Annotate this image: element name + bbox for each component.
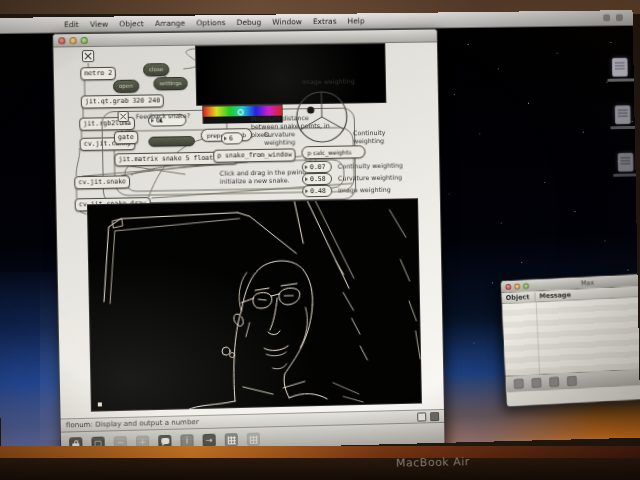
edge-output-pwindow[interactable] — [87, 198, 422, 412]
clear-icon[interactable] — [514, 379, 524, 389]
object-p-snake-from-window[interactable]: p snake_from_window — [213, 148, 296, 162]
flonum-continuity[interactable]: 0.07 — [302, 161, 332, 173]
comment-curvature-weighting: Curvature weighting — [253, 130, 295, 146]
zoom-button[interactable] — [523, 282, 529, 288]
object-cv-jit-snake[interactable]: cv.jit.snake — [74, 175, 130, 189]
swatch-cursor[interactable] — [238, 109, 244, 115]
desktop-icon[interactable] — [612, 58, 628, 77]
laptop-bezel: MacBook Air — [0, 446, 640, 480]
object-jit-qt-grab[interactable]: jit.qt.grab 320 240 — [81, 94, 165, 108]
screen-reflection — [0, 446, 640, 458]
menu-window[interactable]: Window — [272, 17, 302, 26]
menu-status-icons[interactable] — [603, 14, 623, 21]
macbook-air-logo: MacBook Air — [396, 455, 470, 470]
laptop-screen: Edit View Object Arrange Options Debug W… — [0, 10, 640, 454]
menu-debug[interactable]: Debug — [236, 18, 261, 27]
object-gate[interactable]: gate — [114, 131, 138, 144]
patcher-canvas[interactable]: metro 2 close open settings jit.qt.grab … — [53, 42, 444, 418]
column-object[interactable]: Object — [502, 293, 536, 303]
grab-preview-pwindow[interactable] — [195, 43, 386, 106]
weighting-pie[interactable] — [294, 90, 349, 145]
menu-object[interactable]: Object — [119, 19, 144, 28]
label-curvature: Curvature weighting — [338, 174, 402, 183]
desktop-icon[interactable] — [618, 153, 634, 172]
close-button[interactable] — [58, 37, 65, 44]
edge-image — [88, 199, 423, 413]
menu-view[interactable]: View — [90, 20, 108, 29]
sort-icon[interactable] — [531, 378, 541, 388]
menu-extras[interactable]: Extras — [313, 17, 337, 26]
menu-arrange[interactable]: Arrange — [155, 19, 185, 28]
max-console-window: Max Object Message — [500, 273, 640, 407]
flonum-min-distance[interactable]: 6 — [221, 132, 243, 144]
label-continuity: Continuity weighting — [338, 162, 403, 171]
flonum-curvature[interactable]: 0.58 — [302, 173, 332, 185]
desktop-icon[interactable] — [615, 105, 631, 124]
snap-grid-icon[interactable] — [247, 433, 260, 446]
message-open[interactable]: open — [113, 80, 139, 93]
minimize-button[interactable] — [69, 37, 76, 44]
message-close[interactable]: close — [143, 63, 170, 76]
object-metro[interactable]: metro 2 — [80, 67, 116, 80]
menu-options[interactable]: Options — [196, 18, 225, 27]
max-patcher-window: metro 2 close open settings jit.qt.grab … — [52, 28, 446, 454]
grid-icon[interactable] — [225, 433, 238, 446]
toggle-metro[interactable] — [82, 50, 94, 62]
window-corner-buttons[interactable] — [417, 412, 439, 422]
flonum-image[interactable]: 0.48 — [302, 185, 332, 197]
comment-continuity-weighting: Continuity weighting — [353, 129, 399, 145]
label-image: Image weighting — [338, 186, 391, 195]
comment-feedback: Feedback snake? — [136, 112, 190, 121]
console-log-area[interactable] — [502, 297, 640, 376]
column-message[interactable]: Message — [535, 291, 571, 301]
menu-edit[interactable]: Edit — [64, 20, 79, 29]
object-p-calc-weights[interactable]: p calc_weights — [301, 145, 365, 159]
message-settings[interactable]: settings — [153, 77, 187, 90]
minimize-button[interactable] — [514, 283, 520, 289]
toggle-feedback[interactable] — [118, 111, 129, 122]
zoom-button[interactable] — [81, 36, 88, 43]
comment-image-weighting: Image weighting — [302, 77, 355, 86]
photo-of-laptop: Edit View Object Arrange Options Debug W… — [0, 0, 640, 480]
weight-dot[interactable] — [307, 106, 314, 113]
action-icon[interactable] — [549, 377, 559, 387]
menu-help[interactable]: Help — [347, 16, 364, 25]
close-button[interactable] — [505, 283, 511, 289]
filter-icon[interactable] — [567, 376, 577, 386]
